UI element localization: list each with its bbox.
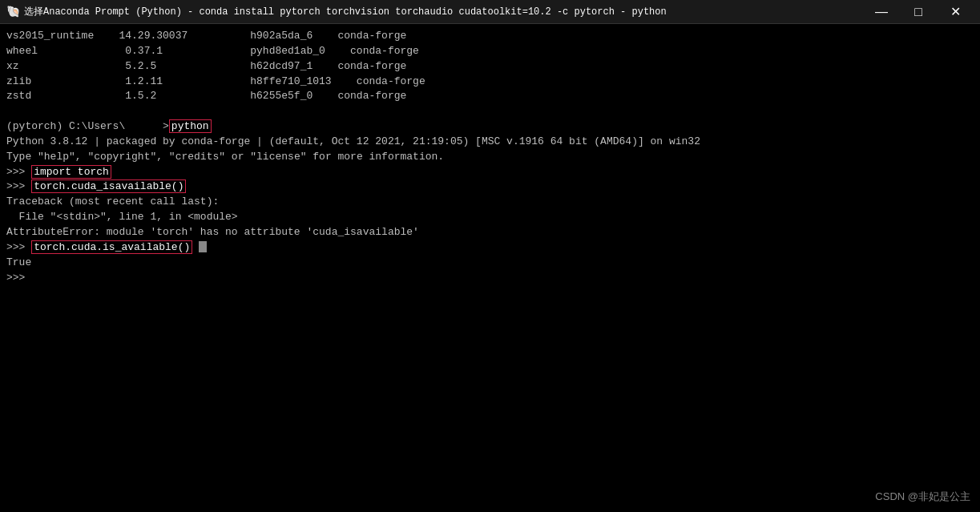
pytorch-env-prefix: (pytorch) C:\Users\ [6, 120, 125, 132]
python-cmd-highlight: python [169, 119, 212, 133]
prompt-caret: > [163, 120, 169, 132]
line-type-help: Type "help", "copyright", "credits" or "… [6, 150, 974, 165]
title-bar-left: 🐚 选择Anaconda Prompt (Python) - conda ins… [6, 5, 667, 18]
line-python-prompt: (pytorch) C:\Users\██████>python [6, 119, 974, 135]
maximize-button[interactable]: □ [900, 0, 937, 24]
line-python-version: Python 3.8.12 | packaged by conda-forge … [6, 135, 974, 150]
line-xz: xz 5.2.5 h62dcd97_1 conda-forge [6, 59, 974, 75]
title-bar-controls[interactable]: — □ ✕ [863, 0, 974, 24]
line-true: True [6, 256, 974, 271]
line-zstd: zstd 1.5.2 h6255e5f_0 conda-forge [6, 89, 974, 104]
line-wheel: wheel 0.37.1 pyhd8ed1ab_0 conda-forge [6, 44, 974, 59]
cursor [199, 241, 207, 252]
minimize-button[interactable]: — [863, 0, 900, 24]
blank-line-1 [6, 104, 974, 119]
line-file: File "<stdin>", line 1, in <module> [6, 210, 974, 225]
cuda-isavail-cmd: torch.cuda_isavailable() [31, 179, 186, 193]
watermark: CSDN @非妃是公主 [875, 490, 970, 504]
or-text: or [232, 151, 244, 163]
line-cuda-isavail: >>> torch.cuda_isavailable() [6, 179, 974, 195]
line-import-torch: >>> import torch [6, 165, 974, 180]
line-zlib: zlib 1.2.11 h8ffe710_1013 conda-forge [6, 75, 974, 90]
line-vs2015: vs2015_runtime 14.29.30037 h902a5da_6 co… [6, 29, 974, 44]
line-traceback: Traceback (most recent call last): [6, 195, 974, 210]
title-bar: 🐚 选择Anaconda Prompt (Python) - conda ins… [0, 0, 980, 24]
line-final-prompt: >>> [6, 271, 974, 286]
line-cuda-is-available: >>> torch.cuda.is_available() [6, 240, 974, 256]
import-torch-cmd: import torch [31, 165, 111, 179]
line-attribute-error: AttributeError: module 'torch' has no at… [6, 225, 974, 240]
terminal-area: vs2015_runtime 14.29.30037 h902a5da_6 co… [0, 24, 980, 512]
close-button[interactable]: ✕ [937, 0, 974, 24]
cuda-is-available-cmd: torch.cuda.is_available() [31, 240, 192, 254]
app-icon: 🐚 [6, 6, 19, 18]
username-hidden: ██████ [125, 120, 163, 132]
title-bar-text: 选择Anaconda Prompt (Python) - conda insta… [24, 5, 667, 18]
